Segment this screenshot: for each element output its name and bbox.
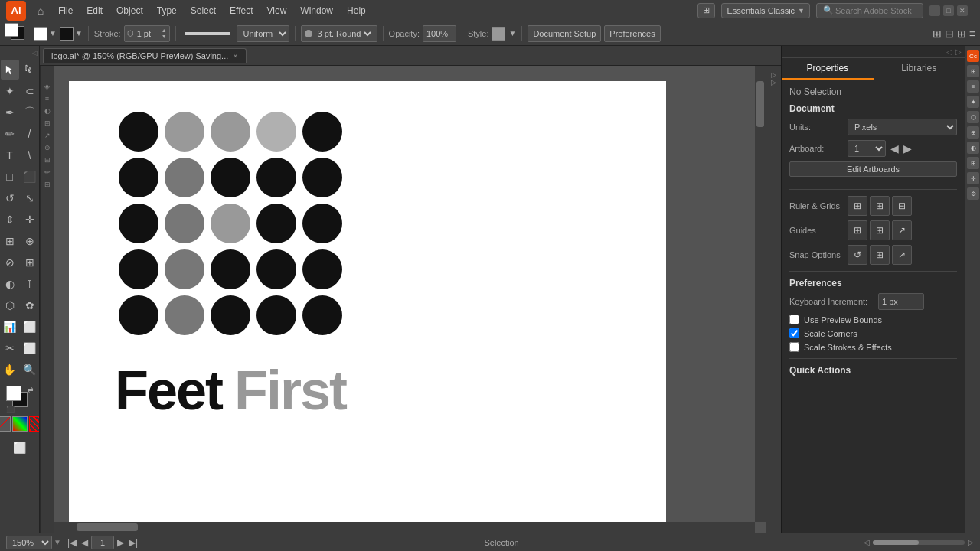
direct-select-tool[interactable] xyxy=(21,60,39,80)
fill-swatch[interactable] xyxy=(5,23,18,37)
menu-file[interactable]: File xyxy=(52,4,79,18)
vertical-scrollbar[interactable] xyxy=(755,66,766,522)
zoom-select[interactable]: 150% xyxy=(6,536,52,549)
page-input[interactable] xyxy=(91,536,114,549)
tab-properties[interactable]: Properties xyxy=(782,58,874,80)
slice-tool[interactable]: ✂ xyxy=(1,338,19,358)
view-icon[interactable]: ◈ xyxy=(42,81,53,92)
selection-tool[interactable] xyxy=(1,60,19,80)
panel-icon-9[interactable]: ⚙ xyxy=(967,187,979,200)
stroke-up-arrow[interactable]: ⬡ xyxy=(127,29,134,37)
style-arrow[interactable]: ▼ xyxy=(508,29,516,37)
stroke-color-box[interactable] xyxy=(60,27,74,41)
first-page-btn[interactable]: |◀ xyxy=(66,537,78,548)
use-preview-bounds-checkbox[interactable] xyxy=(789,315,799,324)
snap-icon-2[interactable]: ⊞ xyxy=(870,245,890,265)
column-graph[interactable]: 📊 xyxy=(1,317,19,337)
tab-libraries[interactable]: Libraries xyxy=(874,58,965,80)
status-arrow-left[interactable]: ◁ xyxy=(864,538,870,546)
menu-window[interactable]: Window xyxy=(294,4,339,18)
snap-icon-1[interactable]: ↺ xyxy=(848,245,867,265)
prev-page-btn[interactable]: ◀ xyxy=(80,537,90,548)
guides-icon-2[interactable]: ⊞ xyxy=(870,220,890,240)
scale-strokes-checkbox[interactable] xyxy=(789,342,799,352)
change-screen-mode[interactable]: ⬜ xyxy=(10,438,30,458)
arrange-btn2[interactable]: ⊟ xyxy=(945,28,954,40)
file-tab[interactable]: logo.ai* @ 150% (RGB/GPU Preview) Saving… xyxy=(43,48,247,63)
close-btn[interactable]: ✕ xyxy=(957,5,968,16)
home-icon[interactable]: ⌂ xyxy=(31,1,51,21)
curvature-tool[interactable]: ⌒ xyxy=(21,103,39,122)
cc-icon[interactable]: Cc xyxy=(967,50,979,62)
keyboard-increment-input[interactable] xyxy=(878,293,924,310)
align-icon[interactable]: ⊞ xyxy=(42,179,53,190)
stroke-increment[interactable]: ▲ xyxy=(162,28,167,33)
v-scroll-handle[interactable] xyxy=(756,81,764,127)
pen-tool[interactable]: ✒ xyxy=(1,103,19,122)
fill-dropdown[interactable]: ▼ xyxy=(34,27,57,41)
ruler-icon-3[interactable]: ⊟ xyxy=(892,196,912,216)
canvas-area[interactable]: Feet First xyxy=(54,66,766,533)
collapse-arrow[interactable]: ◁ xyxy=(32,49,38,57)
panel-icon-8[interactable]: ✛ xyxy=(967,172,979,184)
opacity-input[interactable] xyxy=(423,25,456,42)
search-box[interactable]: 🔍 Search Adobe Stock xyxy=(816,3,923,18)
zoom-arrow[interactable]: ▼ xyxy=(54,538,61,546)
menu-help[interactable]: Help xyxy=(341,4,372,18)
stroke-weight-input[interactable] xyxy=(134,25,162,42)
panel-icon-6[interactable]: ◐ xyxy=(967,142,979,154)
export-icon[interactable]: ↗ xyxy=(42,130,53,141)
next-page-btn[interactable]: ▶ xyxy=(116,537,126,548)
color-icon[interactable]: ◐ xyxy=(42,106,53,116)
brush-panel-icon[interactable]: ✏ xyxy=(42,167,53,178)
scale-strokes-label[interactable]: Scale Strokes & Effects xyxy=(804,343,892,352)
scale-tool[interactable]: ⤡ xyxy=(21,188,39,208)
h-scroll-handle[interactable] xyxy=(77,523,138,531)
stroke-type-select[interactable]: Uniform xyxy=(237,25,289,42)
ruler-icon-2[interactable]: ⊞ xyxy=(870,196,890,216)
type-tool[interactable]: T xyxy=(1,145,19,165)
stroke-weight-control[interactable]: ⬡ ▲ ▼ xyxy=(124,25,170,42)
artboard-prev-btn[interactable]: ◀ xyxy=(890,142,899,155)
panel-icon-1[interactable]: ⊞ xyxy=(967,65,979,77)
menu-effect[interactable]: Effect xyxy=(224,4,259,18)
paintbucket-tool[interactable]: ⬛ xyxy=(21,167,39,187)
rotate-tool[interactable]: ↺ xyxy=(1,188,19,208)
panel-expand-right[interactable]: ▷ xyxy=(956,47,962,56)
tab-close-btn[interactable]: × xyxy=(233,51,237,60)
stroke-dropdown[interactable]: ▼ xyxy=(60,27,83,41)
link-icon[interactable]: ⊕ xyxy=(42,142,53,153)
doc-setup-button[interactable]: Document Setup xyxy=(528,25,601,42)
status-arrow-right[interactable]: ▷ xyxy=(968,538,974,546)
swap-colors-icon[interactable]: ⇄ xyxy=(28,386,34,393)
symbol-sprayer[interactable]: ✿ xyxy=(21,295,39,315)
panel-collapse-left[interactable]: ◁ xyxy=(946,47,952,56)
ruler-icon-1[interactable]: ⊞ xyxy=(848,196,867,216)
puppet-warp[interactable]: ✛ xyxy=(21,210,39,230)
maximize-btn[interactable]: □ xyxy=(943,5,954,16)
panel-icon-3[interactable]: ✦ xyxy=(967,96,979,108)
minimize-btn[interactable]: ─ xyxy=(929,5,940,16)
arrange-btn3[interactable]: ⊞ xyxy=(957,28,966,40)
guides-icon-3[interactable]: ↗ xyxy=(892,220,912,240)
fg-color-swatch[interactable] xyxy=(6,386,21,401)
stroke-cap-control[interactable]: 3 pt. Round xyxy=(301,25,377,42)
default-colors-icon[interactable]: ⬛ xyxy=(6,406,15,413)
horizontal-scrollbar[interactable] xyxy=(54,522,755,533)
menu-object[interactable]: Object xyxy=(110,4,149,18)
arrange-btn1[interactable]: ⊞ xyxy=(933,28,942,40)
gradient-tool[interactable]: ◐ xyxy=(1,274,19,294)
fill-arrow[interactable]: ▼ xyxy=(49,29,57,37)
free-transform[interactable]: ⊞ xyxy=(1,231,19,251)
gradient-btn[interactable] xyxy=(12,416,28,432)
menu-edit[interactable]: Edit xyxy=(80,4,109,18)
scale-corners-label[interactable]: Scale Corners xyxy=(804,329,858,338)
width-tool[interactable]: ⇕ xyxy=(1,210,19,230)
lasso-tool[interactable]: ⊂ xyxy=(21,81,39,101)
artboard-next-btn[interactable]: ▶ xyxy=(903,142,912,155)
pencil-tool[interactable]: / xyxy=(21,124,39,144)
panel-icon-4[interactable]: ⬡ xyxy=(967,111,979,123)
shape-builder[interactable]: ⊕ xyxy=(21,231,39,251)
arrangement-selector[interactable]: ⊞ xyxy=(697,3,715,18)
edit-artboards-btn[interactable]: Edit Artboards xyxy=(789,161,957,177)
